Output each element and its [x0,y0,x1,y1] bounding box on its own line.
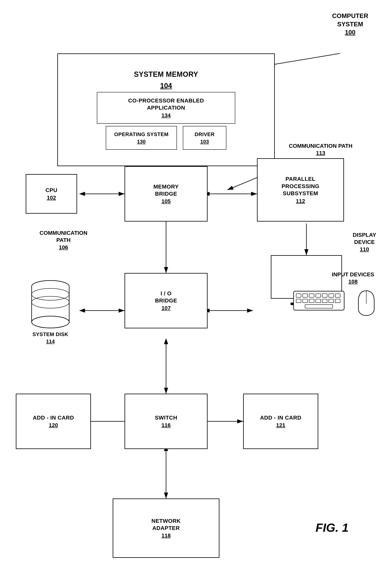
svg-line-2 [269,53,340,65]
parallel-processing-box: PARALLEL PROCESSING SUBSYSTEM 112 [257,158,344,222]
keyboard-icon [293,291,345,311]
coprocessor-box: CO-PROCESSOR ENABLED APPLICATION 134 [97,92,235,124]
svg-rect-26 [316,294,321,297]
display-device-label: DISPLAY DEVICE 110 [353,232,376,253]
driver-box: DRIVER 103 [183,126,226,150]
system-memory-box: SYSTEM MEMORY 104 CO-PROCESSOR ENABLED A… [57,53,275,166]
switch-box: SWITCH 116 [125,394,208,449]
fig-label: FIG. 1 [315,521,348,534]
comm-path-113-label: COMMUNICATION PATH 113 [289,143,352,157]
os-box: OPERATING SYSTEM 130 [106,126,177,150]
svg-rect-32 [309,299,314,303]
add-in-card-121-box: ADD - IN CARD 121 [243,394,318,449]
svg-rect-27 [322,294,327,297]
svg-rect-36 [335,299,340,303]
system-disk-box: SYSTEM DISK 114 [20,273,81,350]
svg-rect-23 [296,294,301,297]
svg-rect-34 [322,299,327,303]
svg-rect-28 [329,294,334,297]
system-disk-icon [31,279,70,330]
comm-path-106-label: COMMUNICATION PATH 106 [40,230,87,251]
memory-bridge-box: MEMORY BRIDGE 105 [125,166,208,222]
svg-rect-33 [316,299,321,303]
cpu-box: CPU 102 [26,174,77,214]
svg-rect-35 [329,299,334,303]
svg-point-19 [32,316,69,328]
add-in-card-120-box: ADD - IN CARD 120 [16,394,91,449]
diagram: COMPUTER SYSTEM 100 [0,0,392,578]
svg-rect-37 [305,305,333,308]
computer-system-label: COMPUTER SYSTEM 100 [332,12,368,37]
svg-rect-24 [303,294,307,297]
input-devices-label: INPUT DEVICES 108 [332,271,374,286]
io-bridge-box: I / O BRIDGE 107 [125,273,208,328]
svg-rect-30 [296,299,301,303]
svg-rect-31 [303,299,307,303]
mouse-icon [356,289,376,317]
svg-rect-29 [335,294,340,297]
svg-rect-25 [309,294,314,297]
network-adapter-box: NETWORK ADAPTER 118 [113,498,219,558]
